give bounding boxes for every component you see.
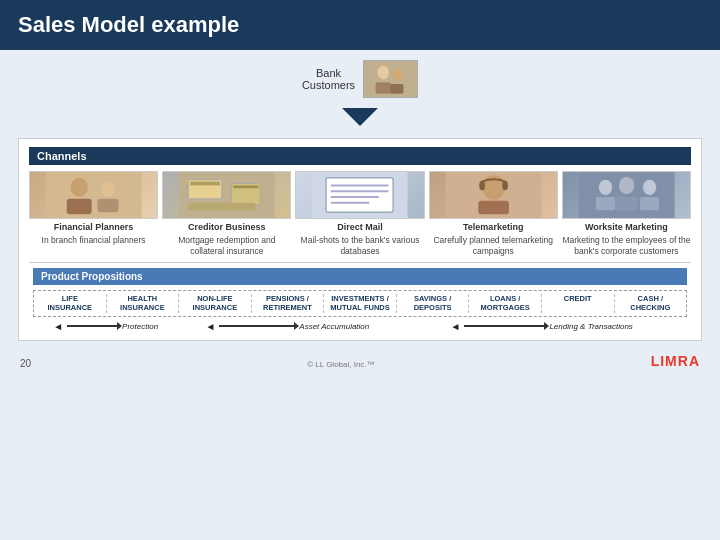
product-columns: LIFE INSURANCE HEALTH INSURANCE NON-LIFE…	[33, 290, 687, 317]
footer: 20 © LL Global, Inc.™ LIMRA	[18, 353, 702, 369]
product-loans-top: LOANS /	[490, 294, 520, 303]
channels-row: Financial Planners In branch financial p…	[29, 171, 691, 257]
protection-label: Protection	[122, 322, 158, 331]
channel-telemarketing: Telemarketing Carefully planned telemark…	[429, 171, 558, 257]
svg-rect-17	[326, 178, 393, 213]
svg-rect-15	[188, 203, 255, 211]
product-savings-top: SAVINGS /	[414, 294, 451, 303]
svg-point-28	[599, 180, 612, 195]
svg-rect-12	[190, 182, 220, 186]
product-savings: SAVINGS / DEPOSITS	[397, 294, 470, 313]
svg-rect-31	[615, 197, 638, 210]
worksite-marketing-label: Worksite Marketing	[585, 222, 668, 232]
direct-mail-photo	[295, 171, 424, 219]
divider	[29, 262, 691, 263]
product-investments-top: INVESTMENTS /	[331, 294, 389, 303]
channel-direct-mail: Direct Mail Mail-shots to the bank's var…	[295, 171, 424, 257]
svg-rect-14	[234, 185, 259, 188]
svg-rect-29	[596, 197, 615, 210]
asset-accumulation-label: Asset Accumulation	[299, 322, 369, 331]
direct-mail-desc: Mail-shots to the bank's various databas…	[295, 235, 424, 257]
product-cash-bot: CHECKING	[630, 303, 670, 312]
page-header: Sales Model example	[0, 0, 720, 50]
product-pensions-top: PENSIONS /	[266, 294, 309, 303]
main-content: BankCustomers Channels	[0, 50, 720, 379]
direct-mail-label: Direct Mail	[337, 222, 383, 232]
svg-rect-5	[46, 172, 142, 218]
financial-planners-desc: In branch financial planners	[42, 235, 146, 246]
channels-box: Channels Financial Planners In branch fi…	[18, 138, 702, 341]
bank-customers-photo	[363, 60, 418, 98]
channel-financial-planners: Financial Planners In branch financial p…	[29, 171, 158, 257]
bank-customers-row: BankCustomers	[18, 60, 702, 98]
product-nonlife-insurance: NON-LIFE INSURANCE	[179, 294, 252, 313]
bank-customers-label: BankCustomers	[302, 67, 355, 91]
product-credit-top: CREDIT	[564, 294, 592, 303]
telemarketing-desc: Carefully planned telemarketing campaign…	[429, 235, 558, 257]
creditor-business-photo	[162, 171, 291, 219]
page-title: Sales Model example	[18, 12, 239, 38]
product-life-top: LIFE	[62, 294, 78, 303]
channels-header: Channels	[29, 147, 691, 165]
worksite-marketing-desc: Marketing to the employees of the bank's…	[562, 235, 691, 257]
product-cash-top: CASH /	[638, 294, 663, 303]
svg-point-32	[643, 180, 656, 195]
asset-accumulation-arrow-section: ◄ Asset Accumulation	[178, 321, 396, 332]
svg-point-30	[619, 177, 634, 194]
telemarketing-label: Telemarketing	[463, 222, 523, 232]
product-savings-bot: DEPOSITS	[414, 303, 452, 312]
channel-worksite-marketing: Worksite Marketing Marketing to the empl…	[562, 171, 691, 257]
financial-planners-label: Financial Planners	[54, 222, 134, 232]
product-loans-bot: MORTGAGES	[481, 303, 530, 312]
svg-rect-4	[390, 84, 403, 94]
lending-arrow-section: ◄ Lending & Transactions	[396, 321, 687, 332]
product-pensions: PENSIONS / RETIREMENT	[252, 294, 325, 313]
svg-point-25	[479, 181, 485, 191]
limra-logo: LIMRA	[651, 353, 700, 369]
telemarketing-photo	[429, 171, 558, 219]
product-nonlife-bot: INSURANCE	[193, 303, 238, 312]
svg-rect-7	[67, 199, 92, 214]
product-cash: CASH / CHECKING	[615, 294, 687, 313]
svg-rect-33	[640, 197, 659, 210]
product-health-top: HEALTH	[127, 294, 157, 303]
product-life-bot: INSURANCE	[47, 303, 92, 312]
svg-point-6	[71, 178, 88, 197]
svg-rect-9	[97, 199, 118, 212]
product-credit: CREDIT	[542, 294, 615, 313]
svg-point-26	[502, 181, 508, 191]
product-health-insurance: HEALTH INSURANCE	[107, 294, 180, 313]
svg-point-8	[101, 182, 114, 197]
product-investments: INVESTMENTS / MUTUAL FUNDS	[324, 294, 397, 313]
protection-arrow-section: ◄ Protection	[33, 321, 178, 332]
financial-planners-photo	[29, 171, 158, 219]
channel-creditor-business: Creditor Business Mortgage redemption an…	[162, 171, 291, 257]
page-number: 20	[20, 358, 31, 369]
creditor-business-desc: Mortgage redemption and collateral insur…	[162, 235, 291, 257]
arrow-down-icon	[342, 108, 378, 126]
svg-point-1	[378, 66, 390, 79]
lending-label: Lending & Transactions	[549, 322, 632, 331]
svg-rect-24	[478, 201, 509, 214]
products-container: Product Propositions LIFE INSURANCE HEAL…	[29, 268, 691, 332]
worksite-marketing-photo	[562, 171, 691, 219]
creditor-business-label: Creditor Business	[188, 222, 266, 232]
product-nonlife-top: NON-LIFE	[197, 294, 232, 303]
product-pensions-bot: RETIREMENT	[263, 303, 312, 312]
product-life-insurance: LIFE INSURANCE	[34, 294, 107, 313]
product-loans: LOANS / MORTGAGES	[469, 294, 542, 313]
product-investments-bot: MUTUAL FUNDS	[330, 303, 389, 312]
copyright: © LL Global, Inc.™	[31, 360, 651, 369]
product-propositions-header: Product Propositions	[33, 268, 687, 285]
svg-point-2	[393, 68, 403, 80]
product-health-bot: INSURANCE	[120, 303, 165, 312]
svg-rect-3	[376, 82, 391, 94]
